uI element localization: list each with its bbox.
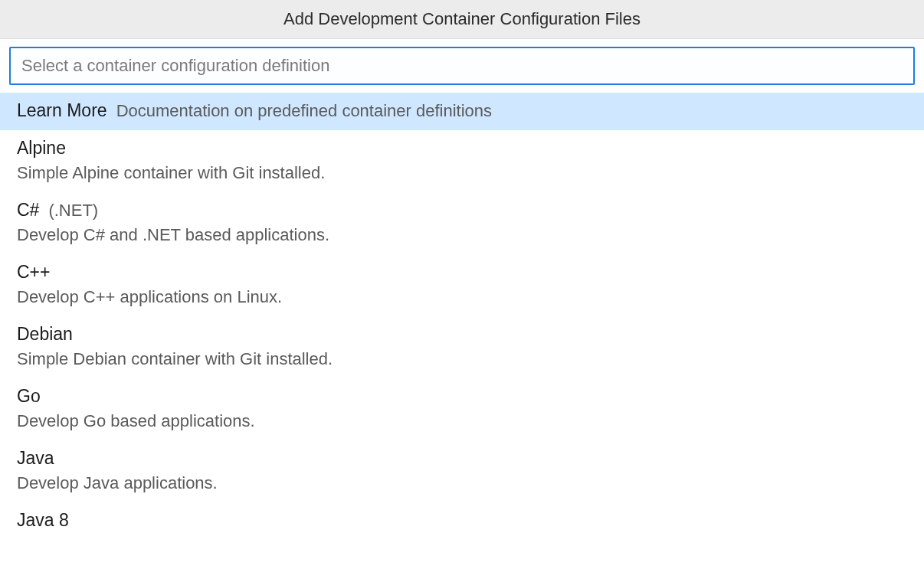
- item-label: Debian: [17, 324, 73, 345]
- options-list: Learn More Documentation on predefined c…: [0, 93, 924, 540]
- item-description: Develop Go based applications.: [17, 411, 907, 431]
- item-description: Develop C# and .NET based applications.: [17, 225, 907, 245]
- list-item-learn-more[interactable]: Learn More Documentation on predefined c…: [0, 93, 924, 130]
- list-item-debian[interactable]: Debian Simple Debian container with Git …: [0, 316, 924, 378]
- dialog-title: Add Development Container Configuration …: [0, 0, 924, 39]
- item-label: Java 8: [17, 510, 69, 531]
- search-container: [0, 39, 924, 93]
- item-hint: Documentation on predefined container de…: [116, 101, 492, 121]
- list-item-alpine[interactable]: Alpine Simple Alpine container with Git …: [0, 130, 924, 192]
- item-description: Develop Java applications.: [17, 473, 907, 493]
- item-label: Learn More: [17, 100, 107, 121]
- list-item-csharp[interactable]: C# (.NET) Develop C# and .NET based appl…: [0, 192, 924, 254]
- item-description: Simple Alpine container with Git install…: [17, 163, 907, 183]
- list-item-cpp[interactable]: C++ Develop C++ applications on Linux.: [0, 254, 924, 316]
- item-label: Alpine: [17, 138, 66, 159]
- item-label: C#: [17, 200, 39, 221]
- item-label: Go: [17, 386, 41, 407]
- item-description: Simple Debian container with Git install…: [17, 349, 907, 369]
- list-item-java[interactable]: Java Develop Java applications.: [0, 440, 924, 502]
- item-label: C++: [17, 262, 50, 283]
- list-item-java8[interactable]: Java 8: [0, 502, 924, 540]
- search-input[interactable]: [9, 47, 915, 85]
- item-hint: (.NET): [48, 201, 98, 221]
- list-item-go[interactable]: Go Develop Go based applications.: [0, 378, 924, 440]
- item-description: Develop C++ applications on Linux.: [17, 287, 907, 307]
- item-label: Java: [17, 448, 54, 469]
